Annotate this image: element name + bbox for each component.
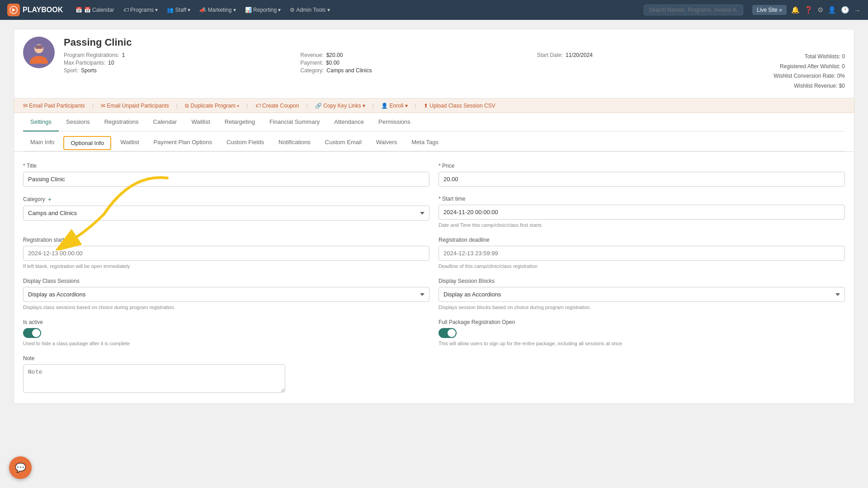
start-time-label: * Start time: [439, 196, 845, 202]
app-logo[interactable]: PLAYBOOK: [7, 4, 63, 16]
wishlist-revenue-value: $0: [839, 83, 845, 89]
email-unpaid-button[interactable]: ✉ Email Unpaid Participants: [101, 103, 169, 109]
start-time-input[interactable]: [439, 205, 845, 220]
history-icon[interactable]: 🕐: [841, 6, 849, 14]
tab-registrations[interactable]: Registrations: [97, 113, 146, 131]
logout-icon[interactable]: →: [854, 6, 861, 14]
category-select[interactable]: Camps and Clinics Clinics Camps Classes …: [23, 206, 429, 221]
tab-financial-summary[interactable]: Financial Summary: [262, 113, 327, 131]
tab-sessions[interactable]: Sessions: [59, 113, 97, 131]
page-wrapper: Passing Clinic Program Registrations: 1 …: [0, 20, 868, 488]
notifications-icon[interactable]: 🔔: [791, 6, 800, 14]
note-textarea[interactable]: [23, 364, 285, 393]
category-starttime-row: Category + Camps and Clinics Clinics Cam…: [23, 196, 845, 228]
title-price-row: * Title * Price: [23, 163, 845, 187]
tab-calendar[interactable]: Calendar: [146, 113, 184, 131]
subtab-payment-plan[interactable]: Payment Plan Options: [146, 135, 219, 151]
subtab-waivers[interactable]: Waivers: [369, 135, 404, 151]
settings-icon[interactable]: ⚙: [817, 6, 823, 14]
reg-deadline-input[interactable]: [439, 246, 845, 261]
category-value: Camps and Clinics: [326, 67, 372, 74]
start-date-value: 11/20/2024: [566, 52, 593, 58]
is-active-toggle[interactable]: [23, 328, 41, 338]
subtab-optional-info[interactable]: Optional Info: [63, 136, 111, 150]
registrations-label: Program Registrations:: [64, 52, 119, 58]
chat-button[interactable]: 💬: [9, 456, 32, 479]
wishlist-revenue-label: Wishlist Revenue:: [794, 83, 837, 89]
full-package-toggle[interactable]: [439, 328, 457, 338]
nav-reporting[interactable]: 📊 Reporting ▾: [241, 5, 285, 15]
registrations-value: 1: [122, 52, 125, 58]
add-category-icon[interactable]: +: [48, 196, 52, 203]
user-icon[interactable]: 👤: [828, 6, 836, 14]
nav-staff[interactable]: 👥 Staff ▾: [163, 5, 194, 15]
subtab-custom-fields[interactable]: Custom Fields: [219, 135, 271, 151]
live-site-button[interactable]: Live Site »: [752, 5, 787, 15]
reg-start-input[interactable]: [23, 246, 429, 261]
note-group: Note: [23, 355, 285, 393]
is-active-group: Is active Used to hide a class package a…: [23, 319, 429, 346]
display-sessions-select[interactable]: Display as Accordions Display as List Hi…: [23, 287, 429, 302]
title-input[interactable]: [23, 172, 429, 187]
email-paid-button[interactable]: ✉ Email Paid Participants: [23, 103, 85, 109]
header-right-stats: Total Wishlists: 0 Registered After Wish…: [774, 52, 845, 91]
max-participants-label: Max Participants:: [64, 60, 105, 66]
copy-key-links-button[interactable]: 🔗 Copy Key Links ▾: [315, 103, 365, 109]
subtab-waitlist[interactable]: Waitlist: [113, 135, 146, 151]
tab-waitlist[interactable]: Waitlist: [184, 113, 217, 131]
program-title: Passing Clinic: [64, 37, 845, 48]
subtab-custom-email[interactable]: Custom Email: [318, 135, 369, 151]
revenue-value: $20.00: [326, 52, 343, 58]
revenue-label: Revenue:: [300, 52, 323, 58]
program-header: Passing Clinic Program Registrations: 1 …: [14, 29, 854, 99]
subtab-notifications[interactable]: Notifications: [271, 135, 318, 151]
create-coupon-button[interactable]: 🏷 Create Coupon: [255, 103, 299, 109]
payment-value: $0.00: [326, 60, 340, 66]
top-navigation: PLAYBOOK 📅 📅 Calendar 🏷 Programs ▾ 👥 Sta…: [0, 0, 868, 20]
payment-label: Payment:: [300, 60, 323, 66]
main-nav: 📅 📅 Calendar 🏷 Programs ▾ 👥 Staff ▾ 📣 Ma…: [72, 5, 333, 15]
tab-attendance[interactable]: Attendance: [327, 113, 371, 131]
display-sessions-group: Display Class Sessions Display as Accord…: [23, 278, 429, 310]
title-label: * Title: [23, 163, 429, 169]
title-group: * Title: [23, 163, 429, 187]
app-name: PLAYBOOK: [23, 6, 63, 14]
header-meta-mid: Revenue: $20.00 Payment: $0.00 Category:…: [300, 52, 523, 91]
duplicate-program-button[interactable]: ⧉ Duplicate Program ▾: [185, 103, 239, 109]
nav-programs[interactable]: 🏷 Programs ▾: [120, 5, 162, 15]
upload-csv-button[interactable]: ⬆ Upload Class Session CSV: [424, 103, 495, 109]
header-meta-left: Program Registrations: 1 Max Participant…: [64, 52, 287, 91]
price-group: * Price: [439, 163, 845, 187]
reg-deadline-label: Registration deadline: [439, 237, 845, 243]
wishlist-conversion-value: 0%: [837, 73, 845, 79]
tab-settings[interactable]: Settings: [23, 113, 59, 131]
display-blocks-select[interactable]: Display as Accordions Display as List Hi…: [439, 287, 845, 302]
help-icon[interactable]: ❓: [804, 6, 813, 14]
category-label-row: Category +: [23, 196, 429, 203]
max-participants-value: 10: [108, 60, 114, 66]
note-label: Note: [23, 355, 285, 361]
tab-permissions[interactable]: Permissions: [371, 113, 418, 131]
reg-deadline-hint: Deadline of this camp/clinic/class regis…: [439, 263, 845, 269]
is-active-toggle-wrapper: [23, 328, 429, 338]
sub-tabs: Main Info Optional Info Waitlist Payment…: [23, 131, 845, 151]
subtab-main-info[interactable]: Main Info: [23, 135, 61, 151]
wishlist-conversion-label: Wishlist Conversion Rate:: [774, 73, 835, 79]
page-content: Passing Clinic Program Registrations: 1 …: [14, 29, 854, 404]
nav-admin-tools[interactable]: ⚙ Admin Tools ▾: [286, 5, 333, 15]
enroll-button[interactable]: 👤 Enroll ▾: [381, 103, 407, 109]
display-sessions-hint: Displays class sessions based on choice …: [23, 305, 429, 310]
action-bar: ✉ Email Paid Participants | ✉ Email Unpa…: [14, 99, 854, 113]
subtab-meta-tags[interactable]: Meta Tags: [404, 135, 446, 151]
nav-calendar[interactable]: 📅 📅 Calendar: [72, 5, 118, 15]
nav-right-actions: Live Site » 🔔 ❓ ⚙ 👤 🕐 →: [752, 5, 861, 15]
global-search[interactable]: [644, 5, 743, 15]
display-sessions-label: Display Class Sessions: [23, 278, 429, 284]
nav-marketing[interactable]: 📣 Marketing ▾: [196, 5, 239, 15]
sport-label: Sport:: [64, 67, 78, 74]
category-field-label: Category: [23, 196, 45, 202]
toggles-row: Is active Used to hide a class package a…: [23, 319, 845, 346]
tab-retargeting[interactable]: Retargeting: [217, 113, 262, 131]
price-input[interactable]: [439, 172, 845, 187]
header-meta-right-mid: Start Date: 11/20/2024: [537, 52, 760, 91]
